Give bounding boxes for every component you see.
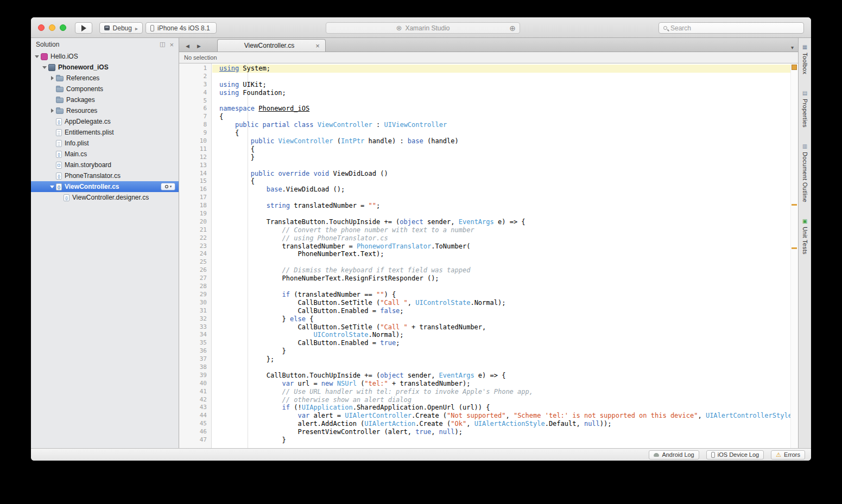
line-number[interactable]: 9 [179,129,211,137]
line-number[interactable]: 37 [179,355,211,363]
line-number[interactable]: 33 [179,323,211,331]
code-line[interactable]: PhoneNumberText.Text); [219,250,790,258]
line-number[interactable]: 19 [179,210,211,218]
line-number[interactable]: 15 [179,177,211,186]
line-number[interactable]: 14 [179,170,211,178]
code-line[interactable]: } [219,347,790,355]
code-line[interactable]: } else { [219,315,790,323]
code-line[interactable]: public ViewController (IntPtr handle) : … [219,137,790,145]
code-line[interactable] [219,97,790,105]
annotation-mark[interactable] [792,204,797,206]
zoom-window-button[interactable] [60,24,66,31]
line-number[interactable]: 23 [179,243,211,251]
code-line[interactable]: CallButton.SetTitle ("Call " + translate… [219,323,790,331]
code-line[interactable]: // Use URL handler with tel: prefix to i… [219,388,790,396]
line-number[interactable]: 36 [179,347,211,355]
code-line[interactable] [219,194,790,202]
tree-item-phonetranslator-cs[interactable]: PhoneTranslator.cs [31,170,179,181]
line-number[interactable]: 44 [179,412,211,420]
code-line[interactable]: { [219,129,790,137]
code-line[interactable]: }; [219,355,790,363]
expand-arrow-icon[interactable] [49,76,55,80]
code-line[interactable]: // Dismiss the keyboard if text field wa… [219,266,790,275]
line-number[interactable]: 24 [179,250,211,258]
tree-item-viewcontroller-cs[interactable]: ViewController.cs▾ [31,181,179,192]
code-line[interactable]: public partial class ViewController : UI… [219,121,790,129]
code-line[interactable]: using UIKit; [219,81,790,89]
search-input[interactable] [670,24,784,32]
line-number[interactable]: 41 [179,388,211,396]
line-number[interactable]: 35 [179,339,211,347]
line-number[interactable]: 47 [179,436,211,444]
add-icon[interactable] [509,24,516,33]
right-tab-properties[interactable]: ▤Properties [802,91,808,127]
minimize-window-button[interactable] [49,24,55,31]
build-configuration-selector[interactable]: Debug [99,22,143,34]
code-line[interactable] [219,73,790,81]
code-line[interactable] [219,258,790,266]
line-number[interactable]: 21 [179,226,211,234]
line-number[interactable]: 3 [179,81,211,89]
code-line[interactable]: namespace Phoneword_iOS [219,105,790,113]
errors-button[interactable]: ⚠Errors [771,450,805,460]
code-line[interactable]: alert.AddAction (UIAlertAction.Create ("… [219,420,790,428]
tree-item-main-storyboard[interactable]: Main.storyboard [31,160,179,170]
close-window-button[interactable] [38,24,45,31]
line-number[interactable]: 43 [179,404,211,412]
code-line[interactable]: } [219,154,790,162]
line-number[interactable]: 8 [179,121,211,129]
line-number[interactable]: 2 [179,73,211,81]
run-button[interactable] [75,22,92,34]
quick-task-indicator[interactable] [792,65,797,70]
code-line[interactable]: // using PhoneTranslator.cs [219,234,790,243]
tree-item-packages[interactable]: Packages [31,94,179,105]
line-number[interactable]: 20 [179,218,211,226]
navigate-back-icon[interactable] [186,40,189,50]
line-number[interactable]: 16 [179,186,211,194]
code-line[interactable]: } [219,436,790,444]
line-number[interactable]: 18 [179,202,211,210]
code-line[interactable]: var alert = UIAlertController.Create ("N… [219,412,790,420]
code-line[interactable]: public override void ViewDidLoad () [219,170,790,178]
code-line[interactable]: UIControlState.Normal); [219,331,790,339]
code-editor[interactable]: 1234567891011121314151617181920212223242… [179,63,798,448]
code-line[interactable]: CallButton.TouchUpInside += (object send… [219,372,790,380]
line-number[interactable]: 12 [179,154,211,162]
line-number[interactable]: 11 [179,145,211,154]
line-number[interactable]: 29 [179,291,211,299]
line-number[interactable]: 4 [179,89,211,97]
code-line[interactable]: CallButton.SetTitle ("Call ", UIControlS… [219,299,790,307]
line-number[interactable]: 45 [179,420,211,428]
code-lines[interactable]: using System;using UIKit;using Foundatio… [212,63,790,448]
line-number[interactable]: 10 [179,137,211,145]
code-line[interactable]: { [219,145,790,154]
tree-item-hello-ios[interactable]: Hello.iOS [31,51,179,62]
line-number[interactable]: 1 [179,65,211,73]
code-line[interactable]: base.ViewDidLoad (); [219,186,790,194]
right-tab-unit-tests[interactable]: ▣Unit Tests [802,219,808,254]
code-line[interactable]: if (!UIApplication.SharedApplication.Ope… [219,404,790,412]
line-number[interactable]: 7 [179,113,211,121]
code-line[interactable] [219,162,790,170]
line-number[interactable]: 30 [179,299,211,307]
line-number[interactable]: 6 [179,105,211,113]
right-tab-toolbox[interactable]: ▦Toolbox [802,44,808,74]
code-line[interactable]: CallButton.Enabled = true; [219,339,790,347]
code-line[interactable]: TranslateButton.TouchUpInside += (object… [219,218,790,226]
line-number[interactable]: 27 [179,275,211,283]
annotation-mark[interactable] [792,247,797,249]
code-line[interactable]: var url = new NSUrl ("tel:" + translated… [219,380,790,388]
device-selector[interactable]: iPhone 4s iOS 8.1 [145,22,217,34]
line-number[interactable]: 22 [179,234,211,243]
tree-item-references[interactable]: References [31,73,179,84]
tree-item-components[interactable]: Components [31,84,179,94]
line-numbers[interactable]: 1234567891011121314151617181920212223242… [179,63,212,448]
line-number[interactable]: 25 [179,258,211,266]
tree-item-appdelegate-cs[interactable]: AppDelegate.cs [31,116,179,127]
code-line[interactable]: CallButton.Enabled = false; [219,307,790,315]
expand-arrow-icon[interactable] [49,186,55,188]
code-line[interactable]: PresentViewController (alert, true, null… [219,428,790,436]
code-line[interactable]: using System; [212,65,790,73]
code-line[interactable]: { [219,113,790,121]
code-line[interactable]: using Foundation; [219,89,790,97]
